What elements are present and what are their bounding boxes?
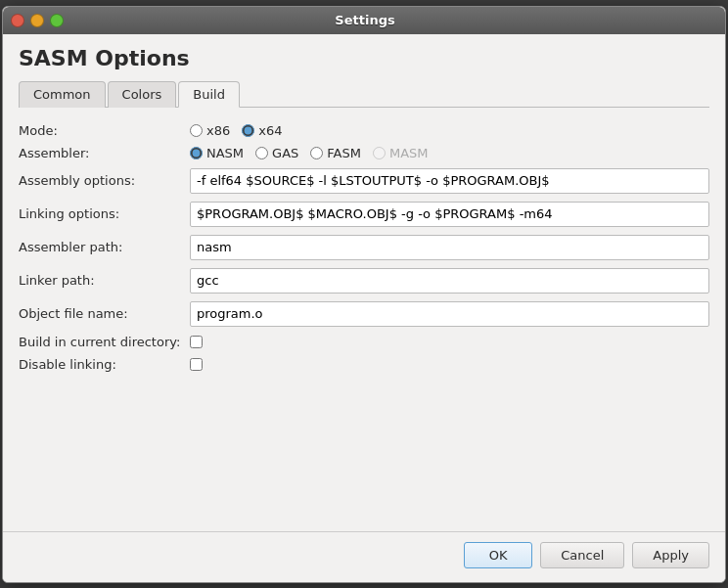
assembly-options-control	[190, 168, 709, 194]
build-form: Mode: x86 x64 Assemb	[19, 123, 709, 520]
assembler-masm-label: MASM	[373, 146, 429, 160]
mode-x64-radio[interactable]	[242, 124, 254, 137]
assembler-path-input[interactable]	[190, 235, 709, 260]
build-current-dir-checkbox[interactable]	[190, 336, 203, 348]
settings-window: Settings SASM Options Common Colors Buil…	[2, 6, 726, 583]
assembler-nasm-text: NASM	[206, 146, 244, 160]
mode-x64-label[interactable]: x64	[242, 123, 282, 138]
assembler-gas-label[interactable]: GAS	[255, 146, 298, 160]
build-current-dir-label: Build in current directory:	[19, 335, 190, 349]
assembler-row: Assembler: NASM GAS FASM	[19, 146, 709, 160]
assembler-gas-text: GAS	[272, 146, 298, 160]
tab-bar: Common Colors Build	[19, 80, 709, 108]
object-file-input[interactable]	[190, 301, 709, 327]
assembler-fasm-label[interactable]: FASM	[310, 146, 361, 160]
mode-x86-radio[interactable]	[190, 124, 203, 137]
disable-linking-control	[190, 358, 709, 371]
assembler-nasm-radio[interactable]	[190, 147, 203, 159]
mode-radio-group: x86 x64	[190, 123, 709, 138]
linking-options-row: Linking options:	[19, 202, 709, 227]
assembly-options-label: Assembly options:	[19, 173, 190, 188]
mode-label: Mode:	[19, 123, 190, 138]
assembler-gas-radio[interactable]	[255, 147, 268, 159]
linking-options-input[interactable]	[190, 202, 709, 227]
assembler-masm-text: MASM	[389, 146, 429, 160]
assembly-options-row: Assembly options:	[19, 168, 709, 194]
assembler-fasm-radio[interactable]	[310, 147, 323, 159]
assembler-radio-group: NASM GAS FASM MASM	[190, 146, 709, 160]
disable-linking-row: Disable linking:	[19, 357, 709, 372]
assembler-path-label: Assembler path:	[19, 240, 190, 254]
tab-common[interactable]: Common	[19, 81, 106, 108]
object-file-row: Object file name:	[19, 301, 709, 327]
disable-linking-checkbox[interactable]	[190, 358, 203, 371]
disable-linking-checkbox-label[interactable]	[190, 358, 709, 371]
apply-button[interactable]: Apply	[632, 542, 709, 568]
cancel-button[interactable]: Cancel	[540, 542, 624, 568]
assembler-path-control	[190, 235, 709, 260]
build-current-dir-control	[190, 336, 709, 348]
assembly-options-input[interactable]	[190, 168, 709, 194]
mode-control: x86 x64	[190, 123, 709, 138]
linking-options-label: Linking options:	[19, 206, 190, 221]
window-content: SASM Options Common Colors Build Mode: x…	[3, 34, 725, 531]
build-current-dir-row: Build in current directory:	[19, 335, 709, 349]
linker-path-control	[190, 268, 709, 294]
assembler-control: NASM GAS FASM MASM	[190, 146, 709, 160]
assembler-masm-radio	[373, 147, 386, 159]
assembler-nasm-label[interactable]: NASM	[190, 146, 244, 160]
mode-x64-text: x64	[258, 123, 282, 138]
footer: OK Cancel Apply	[3, 531, 725, 582]
linker-path-row: Linker path:	[19, 268, 709, 294]
object-file-label: Object file name:	[19, 306, 190, 321]
assembler-label: Assembler:	[19, 146, 190, 160]
ok-button[interactable]: OK	[464, 542, 532, 568]
titlebar: Settings	[3, 7, 725, 34]
build-current-dir-checkbox-label[interactable]	[190, 336, 709, 348]
disable-linking-label: Disable linking:	[19, 357, 190, 372]
linker-path-label: Linker path:	[19, 273, 190, 288]
tab-build[interactable]: Build	[178, 81, 240, 108]
page-title: SASM Options	[19, 46, 709, 70]
linker-path-input[interactable]	[190, 268, 709, 294]
assembler-fasm-text: FASM	[327, 146, 361, 160]
linking-options-control	[190, 202, 709, 227]
object-file-control	[190, 301, 709, 327]
mode-x86-text: x86	[206, 123, 230, 138]
mode-x86-label[interactable]: x86	[190, 123, 230, 138]
mode-row: Mode: x86 x64	[19, 123, 709, 138]
window-title: Settings	[13, 13, 717, 27]
assembler-path-row: Assembler path:	[19, 235, 709, 260]
tab-colors[interactable]: Colors	[108, 81, 177, 108]
